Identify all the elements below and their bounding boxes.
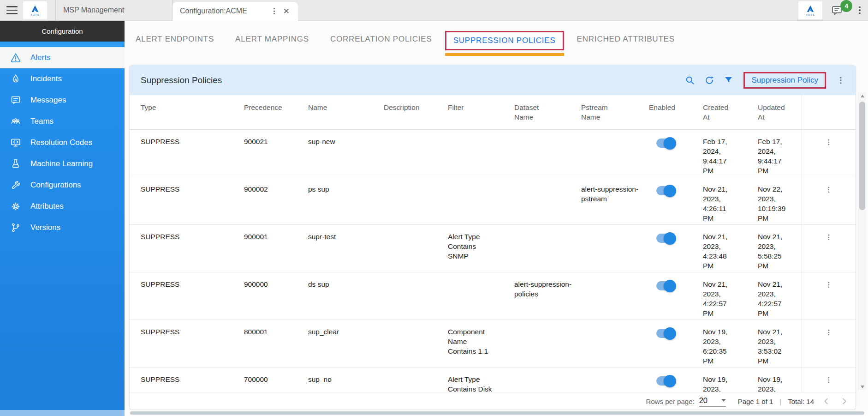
refresh-icon[interactable]	[704, 75, 714, 85]
next-page-button[interactable]	[839, 396, 849, 406]
row-menu-icon[interactable]	[825, 138, 833, 146]
search-icon[interactable]	[685, 75, 695, 85]
row-menu-icon[interactable]	[825, 186, 833, 194]
enabled-toggle[interactable]	[656, 139, 675, 148]
total-count: Total: 14	[788, 398, 814, 405]
cell-precedence: 800001	[244, 320, 308, 367]
cell-name: sup_no	[308, 368, 384, 392]
cell-name: supr-test	[308, 225, 384, 272]
pagination-divider: |	[779, 398, 781, 405]
tab-enriched-attributes[interactable]: ENRICHED ATTRIBUTES	[577, 31, 675, 48]
table-vertical-scrollbar[interactable]	[858, 92, 866, 390]
sidebar-item-configurations[interactable]: Configurations	[0, 175, 125, 196]
row-menu-icon[interactable]	[825, 233, 833, 241]
cell-precedence: 900000	[244, 272, 308, 320]
table-row: SUPPRESS 800001 sup_clear Component Name…	[130, 320, 856, 368]
table-pagination-bar: Rows per page: 20 Page 1 of 1 | Total: 1…	[130, 392, 856, 410]
tab-suppression-policies[interactable]: SUPPRESSION POLICIES	[445, 31, 564, 50]
vertical-scrollbar-thumb[interactable]	[859, 102, 865, 210]
tab-close-icon[interactable]: ✕	[282, 6, 291, 16]
column-header-created-at[interactable]: Created At	[703, 95, 758, 129]
panel-overflow-menu-icon[interactable]	[836, 76, 845, 85]
table-row: SUPPRESS 700000 sup_no Alert Type Contai…	[130, 368, 856, 392]
enabled-toggle[interactable]	[656, 281, 675, 290]
cell-type: SUPPRESS	[141, 225, 244, 272]
filter-icon[interactable]	[724, 75, 733, 85]
table-body: SUPPRESS 900021 sup-new Feb 17, 2024, 9:…	[130, 130, 856, 392]
column-header-dataset-name[interactable]: Dataset Name	[514, 95, 581, 129]
column-header-type[interactable]: Type	[141, 95, 244, 129]
cell-filter: Component Name Contains 1.1	[448, 320, 514, 367]
column-header-pstream-name[interactable]: Pstream Name	[581, 95, 649, 129]
wrench-icon	[10, 180, 21, 191]
table-row: SUPPRESS 900002 ps sup alert-suppression…	[130, 177, 856, 225]
cell-description	[384, 177, 448, 224]
sidebar-item-teams[interactable]: Teams	[0, 111, 125, 132]
tab-options-icon[interactable]	[271, 6, 278, 16]
cell-dataset-name	[514, 368, 581, 392]
topbar-right-cluster: AOTS 4	[798, 1, 861, 19]
column-header-description[interactable]: Description	[384, 95, 448, 129]
add-suppression-policy-button[interactable]: Suppression Policy	[751, 76, 818, 85]
main-content: ALERT ENDPOINTS ALERT MAPPINGS CORRELATI…	[125, 21, 868, 416]
tab-correlation-policies[interactable]: CORRELATION POLICIES	[330, 31, 432, 48]
enabled-toggle[interactable]	[656, 329, 675, 338]
page-info: Page 1 of 1	[738, 398, 773, 405]
cell-precedence: 700000	[244, 368, 308, 392]
tab-alert-endpoints[interactable]: ALERT ENDPOINTS	[136, 31, 214, 48]
enabled-toggle[interactable]	[656, 234, 675, 243]
sidebar-item-label: Configurations	[30, 181, 81, 190]
scroll-up-arrow-icon[interactable]	[858, 92, 866, 99]
row-menu-icon[interactable]	[825, 376, 833, 384]
column-header-updated-at[interactable]: Updated At	[758, 95, 802, 129]
flame-icon	[10, 73, 21, 84]
cell-type: SUPPRESS	[141, 272, 244, 320]
cell-updated-at: Nov 19, 2023,	[758, 368, 802, 392]
tab-alert-mappings[interactable]: ALERT MAPPINGS	[235, 31, 309, 48]
scroll-down-arrow-icon[interactable]	[858, 383, 866, 390]
column-header-enabled[interactable]: Enabled	[649, 95, 703, 129]
sidebar-item-messages[interactable]: Messages	[0, 90, 125, 111]
table-row: SUPPRESS 900000 ds sup alert-suppression…	[130, 272, 856, 320]
horizontal-scrollbar[interactable]	[0, 410, 868, 416]
cell-created-at: Nov 21, 2023, 4:23:48 PM	[703, 225, 758, 272]
sidebar-item-label: Alerts	[30, 53, 50, 62]
sidebar-item-resolution-codes[interactable]: Resolution Codes	[0, 132, 125, 153]
cell-dataset-name	[514, 177, 581, 224]
window-tab-msp-management[interactable]: MSP Management	[55, 0, 172, 21]
topbar-overflow-menu-icon[interactable]	[859, 6, 861, 14]
enabled-toggle[interactable]	[656, 376, 675, 386]
cell-dataset-name	[514, 130, 581, 177]
row-menu-icon[interactable]	[825, 328, 833, 337]
sidebar-item-versions[interactable]: Versions	[0, 217, 125, 238]
sidebar-item-alerts[interactable]: Alerts	[0, 47, 125, 68]
flask-icon	[10, 158, 21, 169]
cell-pstream-name: alert-suppression-pstream	[581, 177, 649, 224]
sidebar-item-machine-learning[interactable]: Machine Learning	[0, 153, 125, 175]
people-icon	[10, 116, 21, 127]
enabled-toggle[interactable]	[656, 186, 675, 195]
window-tab-configuration-acme[interactable]: Configuration:ACME ✕	[172, 2, 298, 21]
column-header-filter[interactable]: Filter	[448, 95, 514, 129]
sidebar-item-attributes[interactable]: Attributes	[0, 196, 125, 217]
brand-logo-icon: AOTS	[25, 3, 45, 18]
hamburger-menu-icon[interactable]	[6, 6, 18, 14]
cell-type: SUPPRESS	[141, 368, 244, 392]
sidebar-item-label: Versions	[30, 223, 60, 232]
sidebar-item-incidents[interactable]: Incidents	[0, 68, 125, 90]
cell-created-at: Nov 21, 2023, 4:26:11 PM	[703, 177, 758, 224]
previous-page-button[interactable]	[821, 396, 832, 406]
column-header-name[interactable]: Name	[308, 95, 384, 129]
sidebar-item-label: Teams	[30, 117, 54, 126]
row-menu-icon[interactable]	[825, 281, 833, 289]
rows-per-page-select[interactable]: 20	[699, 396, 726, 407]
cell-filter	[448, 272, 514, 320]
horizontal-scrollbar-thumb[interactable]	[130, 411, 864, 415]
cell-dataset-name	[514, 225, 581, 272]
column-header-precedence[interactable]: Precedence	[244, 95, 308, 129]
cell-type: SUPPRESS	[141, 130, 244, 177]
brand-logo: AOTS	[23, 1, 47, 19]
notifications-button[interactable]: 4	[831, 5, 843, 16]
cell-filter	[448, 177, 514, 224]
cell-precedence: 900002	[244, 177, 308, 224]
